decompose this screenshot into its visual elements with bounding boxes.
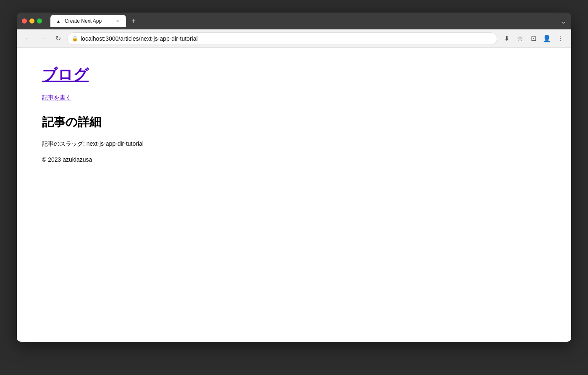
copyright-text: © 2023 azukiazusa bbox=[42, 156, 546, 163]
lock-icon: 🔒 bbox=[72, 36, 78, 42]
profile-icon[interactable]: 👤 bbox=[541, 33, 553, 45]
download-icon[interactable]: ⬇ bbox=[501, 33, 512, 45]
active-tab[interactable]: ▲ Create Next App × bbox=[50, 15, 126, 27]
new-tab-button[interactable]: + bbox=[128, 15, 139, 27]
tabs-area: ▲ Create Next App × + bbox=[50, 15, 557, 27]
url-text: localhost:3000/articles/next-js-app-dir-… bbox=[81, 35, 493, 42]
address-bar: ← → ↻ 🔒 localhost:3000/articles/next-js-… bbox=[17, 29, 571, 48]
browser-window: ▲ Create Next App × + ⌄ ← → ↻ 🔒 localhos… bbox=[17, 13, 571, 342]
article-heading: 記事の詳細 bbox=[42, 114, 546, 130]
blog-title-link[interactable]: ブログ bbox=[42, 65, 89, 85]
address-bar-input[interactable]: 🔒 localhost:3000/articles/next-js-app-di… bbox=[67, 32, 497, 45]
page-content: ブログ 記事を書く 記事の詳細 記事のスラッグ: next-js-app-dir… bbox=[17, 48, 571, 342]
tab-dropdown-button[interactable]: ⌄ bbox=[561, 17, 566, 25]
bookmark-icon[interactable]: ☆ bbox=[514, 33, 526, 45]
split-view-icon[interactable]: ⊡ bbox=[528, 33, 539, 45]
menu-icon[interactable]: ⋮ bbox=[554, 33, 566, 45]
write-article-link[interactable]: 記事を書く bbox=[42, 94, 71, 102]
tab-title: Create Next App bbox=[65, 18, 111, 24]
back-button[interactable]: ← bbox=[22, 33, 34, 45]
tab-close-button[interactable]: × bbox=[114, 18, 121, 24]
maximize-button[interactable] bbox=[37, 18, 42, 24]
minimize-button[interactable] bbox=[29, 18, 34, 24]
tab-favicon-icon: ▲ bbox=[55, 18, 61, 24]
close-button[interactable] bbox=[22, 18, 27, 24]
traffic-lights bbox=[22, 18, 42, 24]
toolbar-icons: ⬇ ☆ ⊡ 👤 ⋮ bbox=[501, 33, 566, 45]
reload-button[interactable]: ↻ bbox=[52, 33, 64, 45]
forward-button[interactable]: → bbox=[37, 33, 49, 45]
slug-text: 記事のスラッグ: next-js-app-dir-tutorial bbox=[42, 140, 546, 148]
title-bar: ▲ Create Next App × + ⌄ bbox=[17, 13, 571, 29]
